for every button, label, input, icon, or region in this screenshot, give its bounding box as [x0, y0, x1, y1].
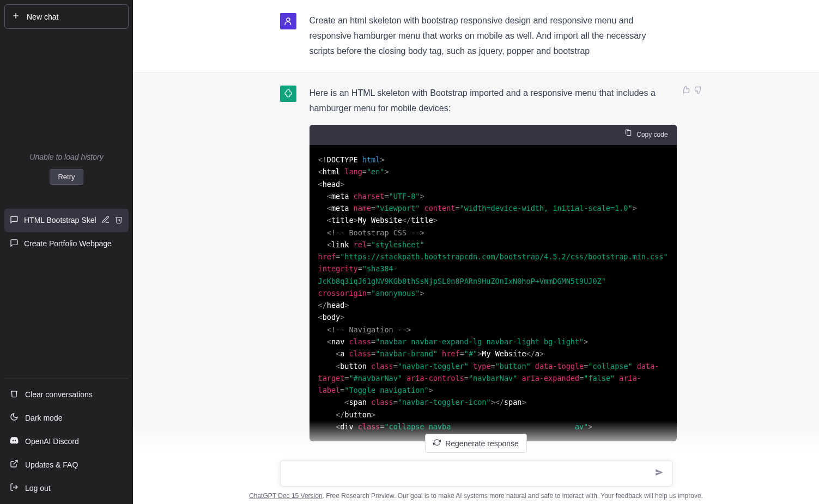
chat-icon — [10, 215, 19, 226]
footer-note: ChatGPT Dec 15 Version. Free Research Pr… — [244, 492, 708, 500]
trash-icon[interactable] — [114, 215, 123, 226]
chat-item-active[interactable]: HTML Bootstrap Skelet — [4, 209, 129, 232]
version-link[interactable]: ChatGPT Dec 15 Version — [249, 492, 323, 500]
user-message-text: Create an html skeleton with bootstrap r… — [310, 13, 672, 59]
svg-point-4 — [287, 18, 290, 21]
chat-input[interactable] — [288, 469, 654, 478]
user-avatar-icon — [280, 13, 296, 29]
chat-history-list: HTML Bootstrap Skelet Create Portfolio W… — [4, 209, 129, 256]
refresh-icon — [433, 439, 441, 448]
new-chat-button[interactable]: New chat — [4, 4, 129, 29]
copy-code-button[interactable]: Copy code — [310, 125, 677, 145]
chat-item-label: Create Portfolio Webpage — [24, 239, 123, 248]
discord-button[interactable]: OpenAI Discord — [4, 429, 129, 453]
dark-mode-button[interactable]: Dark mode — [4, 406, 129, 429]
chat-item-label: HTML Bootstrap Skelet — [24, 216, 96, 224]
thumbs-up-icon[interactable] — [681, 86, 690, 96]
retry-button[interactable]: Retry — [50, 169, 83, 185]
chat-input-container — [280, 460, 672, 487]
external-link-icon — [10, 459, 19, 470]
new-chat-label: New chat — [27, 13, 58, 21]
sidebar-bottom: Clear conversations Dark mode OpenAI Dis… — [4, 379, 129, 500]
main-area: Create an html skeleton with bootstrap r… — [133, 0, 819, 504]
code-block: Copy code <!DOCTYPE html> <html lang="en… — [310, 125, 677, 441]
clipboard-icon — [624, 129, 632, 141]
bottom-bar: Regenerate response ChatGPT Dec 15 Versi… — [133, 421, 819, 504]
send-button[interactable] — [654, 467, 664, 479]
chat-item[interactable]: Create Portfolio Webpage — [4, 232, 129, 256]
assistant-intro-text: Here is an HTML skeleton with Bootstrap … — [310, 86, 677, 116]
feedback-buttons — [681, 86, 703, 96]
regenerate-button[interactable]: Regenerate response — [425, 434, 527, 453]
code-content[interactable]: <!DOCTYPE html> <html lang="en"> <head> … — [310, 145, 677, 441]
assistant-avatar-icon — [280, 86, 296, 102]
trash-icon — [10, 389, 19, 399]
clear-conversations-button[interactable]: Clear conversations — [4, 382, 129, 406]
thumbs-down-icon[interactable] — [694, 86, 703, 96]
plus-icon — [11, 11, 20, 22]
sidebar-history: Unable to load history Retry HTML Bootst… — [4, 29, 129, 379]
edit-icon[interactable] — [101, 215, 110, 226]
sidebar: New chat Unable to load history Retry HT… — [0, 0, 133, 504]
send-icon — [654, 470, 664, 479]
moon-icon — [10, 412, 19, 423]
svg-line-2 — [14, 460, 17, 464]
discord-icon — [10, 436, 19, 446]
chat-icon — [10, 239, 19, 249]
logout-icon — [10, 483, 19, 493]
history-error-text: Unable to load history — [29, 153, 103, 161]
svg-rect-5 — [627, 130, 631, 135]
logout-button[interactable]: Log out — [4, 476, 129, 500]
user-message-row: Create an html skeleton with bootstrap r… — [133, 0, 819, 72]
updates-faq-button[interactable]: Updates & FAQ — [4, 453, 129, 476]
